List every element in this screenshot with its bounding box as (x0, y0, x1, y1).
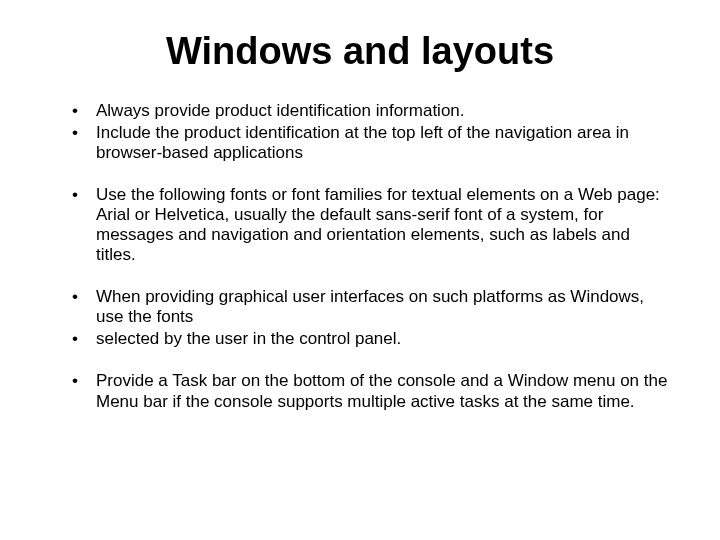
list-item: Include the product identification at th… (72, 123, 670, 163)
list-item: Always provide product identification in… (72, 101, 670, 121)
page-title: Windows and layouts (50, 30, 670, 73)
bullet-list: Always provide product identification in… (50, 101, 670, 412)
list-item: Use the following fonts or font families… (72, 185, 670, 265)
list-item: selected by the user in the control pane… (72, 329, 670, 349)
list-item: When providing graphical user interfaces… (72, 287, 670, 327)
list-item: Provide a Task bar on the bottom of the … (72, 371, 670, 411)
